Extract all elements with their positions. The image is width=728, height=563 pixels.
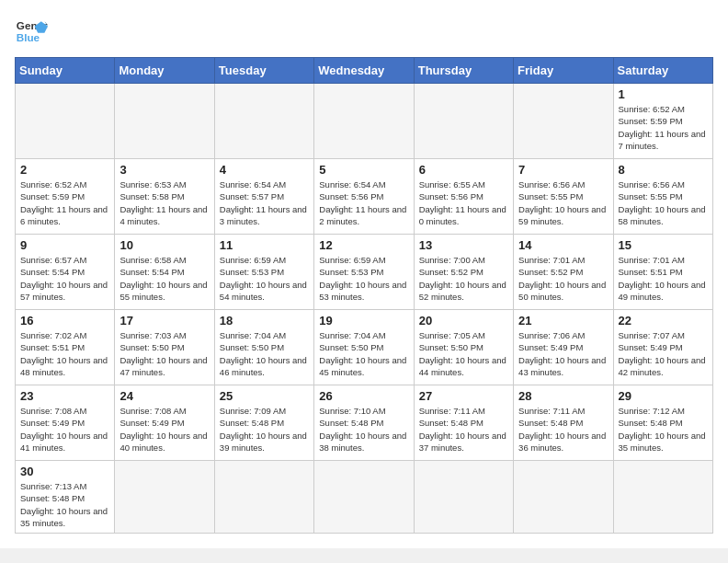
weekday-header-saturday: Saturday — [613, 58, 712, 84]
calendar-cell: 20Sunrise: 7:05 AM Sunset: 5:50 PM Dayli… — [414, 310, 513, 385]
day-number: 29 — [619, 389, 708, 403]
calendar-cell: 25Sunrise: 7:09 AM Sunset: 5:48 PM Dayli… — [214, 385, 313, 461]
day-number: 3 — [119, 163, 209, 177]
cell-info: Sunrise: 6:59 AM Sunset: 5:53 PM Dayligh… — [319, 254, 408, 303]
calendar-cell: 24Sunrise: 7:08 AM Sunset: 5:49 PM Dayli… — [115, 385, 214, 461]
cell-info: Sunrise: 7:01 AM Sunset: 5:52 PM Dayligh… — [518, 254, 608, 303]
day-number: 16 — [20, 314, 109, 327]
calendar-cell: 17Sunrise: 7:03 AM Sunset: 5:50 PM Dayli… — [115, 310, 214, 385]
cell-info: Sunrise: 7:12 AM Sunset: 5:48 PM Dayligh… — [619, 405, 708, 454]
cell-info: Sunrise: 7:09 AM Sunset: 5:48 PM Dayligh… — [220, 405, 309, 454]
calendar-cell — [214, 461, 313, 534]
day-number: 27 — [419, 389, 508, 403]
calendar-cell: 8Sunrise: 6:56 AM Sunset: 5:55 PM Daylig… — [613, 159, 712, 235]
cell-info: Sunrise: 7:13 AM Sunset: 5:48 PM Dayligh… — [20, 480, 109, 529]
calendar-cell: 13Sunrise: 7:00 AM Sunset: 5:52 PM Dayli… — [414, 235, 513, 310]
day-number: 23 — [20, 389, 109, 403]
day-number: 18 — [220, 314, 309, 327]
cell-info: Sunrise: 6:59 AM Sunset: 5:53 PM Dayligh… — [220, 254, 309, 303]
day-number: 8 — [619, 163, 708, 177]
day-number: 14 — [518, 238, 608, 252]
day-number: 6 — [419, 163, 508, 177]
day-number: 1 — [619, 87, 708, 101]
day-number: 26 — [319, 389, 408, 403]
svg-text:Blue: Blue — [17, 31, 40, 43]
day-number: 28 — [518, 389, 608, 403]
cell-info: Sunrise: 7:04 AM Sunset: 5:50 PM Dayligh… — [220, 329, 309, 378]
day-number: 11 — [220, 238, 309, 252]
calendar-cell: 15Sunrise: 7:01 AM Sunset: 5:51 PM Dayli… — [613, 235, 712, 310]
calendar-week-row: 23Sunrise: 7:08 AM Sunset: 5:49 PM Dayli… — [16, 385, 713, 461]
cell-info: Sunrise: 6:56 AM Sunset: 5:55 PM Dayligh… — [518, 178, 608, 227]
calendar-cell: 1Sunrise: 6:52 AM Sunset: 5:59 PM Daylig… — [613, 84, 712, 159]
day-number: 7 — [518, 163, 608, 177]
calendar-cell: 21Sunrise: 7:06 AM Sunset: 5:49 PM Dayli… — [514, 310, 613, 385]
calendar-cell — [314, 461, 414, 534]
cell-info: Sunrise: 7:08 AM Sunset: 5:49 PM Dayligh… — [119, 405, 209, 454]
cell-info: Sunrise: 7:02 AM Sunset: 5:51 PM Dayligh… — [20, 329, 109, 378]
header: General Blue — [15, 15, 713, 48]
page: General Blue SundayMondayTuesdayWednesda… — [0, 0, 728, 548]
calendar-week-row: 30Sunrise: 7:13 AM Sunset: 5:48 PM Dayli… — [16, 461, 713, 534]
calendar-cell: 29Sunrise: 7:12 AM Sunset: 5:48 PM Dayli… — [613, 385, 712, 461]
weekday-header-friday: Friday — [514, 58, 613, 84]
calendar-cell: 26Sunrise: 7:10 AM Sunset: 5:48 PM Dayli… — [314, 385, 414, 461]
day-number: 10 — [119, 238, 209, 252]
calendar-cell — [16, 84, 115, 159]
cell-info: Sunrise: 6:52 AM Sunset: 5:59 PM Dayligh… — [20, 178, 109, 227]
day-number: 9 — [20, 238, 109, 252]
cell-info: Sunrise: 7:11 AM Sunset: 5:48 PM Dayligh… — [419, 405, 508, 454]
calendar-cell — [314, 84, 414, 159]
day-number: 15 — [619, 238, 708, 252]
logo: General Blue — [15, 15, 48, 48]
weekday-header-thursday: Thursday — [414, 58, 513, 84]
cell-info: Sunrise: 6:57 AM Sunset: 5:54 PM Dayligh… — [20, 254, 109, 303]
calendar-cell: 7Sunrise: 6:56 AM Sunset: 5:55 PM Daylig… — [514, 159, 613, 235]
calendar-cell: 18Sunrise: 7:04 AM Sunset: 5:50 PM Dayli… — [214, 310, 313, 385]
day-number: 19 — [319, 314, 408, 327]
calendar-cell: 12Sunrise: 6:59 AM Sunset: 5:53 PM Dayli… — [314, 235, 414, 310]
day-number: 22 — [619, 314, 708, 327]
calendar-week-row: 9Sunrise: 6:57 AM Sunset: 5:54 PM Daylig… — [16, 235, 713, 310]
cell-info: Sunrise: 7:06 AM Sunset: 5:49 PM Dayligh… — [518, 329, 608, 378]
day-number: 24 — [119, 389, 209, 403]
calendar-cell: 2Sunrise: 6:52 AM Sunset: 5:59 PM Daylig… — [16, 159, 115, 235]
cell-info: Sunrise: 7:11 AM Sunset: 5:48 PM Dayligh… — [518, 405, 608, 454]
weekday-header-sunday: Sunday — [16, 58, 115, 84]
cell-info: Sunrise: 6:54 AM Sunset: 5:56 PM Dayligh… — [319, 178, 408, 227]
weekday-header-row: SundayMondayTuesdayWednesdayThursdayFrid… — [16, 58, 713, 84]
calendar-cell — [214, 84, 313, 159]
calendar-cell: 16Sunrise: 7:02 AM Sunset: 5:51 PM Dayli… — [16, 310, 115, 385]
calendar-cell — [115, 461, 214, 534]
calendar-week-row: 1Sunrise: 6:52 AM Sunset: 5:59 PM Daylig… — [16, 84, 713, 159]
calendar-cell — [613, 461, 712, 534]
cell-info: Sunrise: 6:52 AM Sunset: 5:59 PM Dayligh… — [619, 103, 708, 152]
calendar-cell: 3Sunrise: 6:53 AM Sunset: 5:58 PM Daylig… — [115, 159, 214, 235]
generalblue-logo-icon: General Blue — [15, 15, 48, 48]
calendar-cell — [514, 461, 613, 534]
day-number: 12 — [319, 238, 408, 252]
calendar-week-row: 2Sunrise: 6:52 AM Sunset: 5:59 PM Daylig… — [16, 159, 713, 235]
calendar-cell — [115, 84, 214, 159]
weekday-header-monday: Monday — [115, 58, 214, 84]
calendar-cell: 6Sunrise: 6:55 AM Sunset: 5:56 PM Daylig… — [414, 159, 513, 235]
weekday-header-tuesday: Tuesday — [214, 58, 313, 84]
day-number: 20 — [419, 314, 508, 327]
calendar-cell — [414, 84, 513, 159]
day-number: 2 — [20, 163, 109, 177]
cell-info: Sunrise: 6:53 AM Sunset: 5:58 PM Dayligh… — [119, 178, 209, 227]
calendar-cell: 9Sunrise: 6:57 AM Sunset: 5:54 PM Daylig… — [16, 235, 115, 310]
day-number: 13 — [419, 238, 508, 252]
calendar-cell: 4Sunrise: 6:54 AM Sunset: 5:57 PM Daylig… — [214, 159, 313, 235]
cell-info: Sunrise: 6:55 AM Sunset: 5:56 PM Dayligh… — [419, 178, 508, 227]
calendar-table: SundayMondayTuesdayWednesdayThursdayFrid… — [15, 57, 713, 534]
cell-info: Sunrise: 7:04 AM Sunset: 5:50 PM Dayligh… — [319, 329, 408, 378]
cell-info: Sunrise: 7:07 AM Sunset: 5:49 PM Dayligh… — [619, 329, 708, 378]
day-number: 5 — [319, 163, 408, 177]
cell-info: Sunrise: 6:54 AM Sunset: 5:57 PM Dayligh… — [220, 178, 309, 227]
day-number: 25 — [220, 389, 309, 403]
day-number: 4 — [220, 163, 309, 177]
cell-info: Sunrise: 6:58 AM Sunset: 5:54 PM Dayligh… — [119, 254, 209, 303]
calendar-cell: 10Sunrise: 6:58 AM Sunset: 5:54 PM Dayli… — [115, 235, 214, 310]
calendar-cell: 30Sunrise: 7:13 AM Sunset: 5:48 PM Dayli… — [16, 461, 115, 534]
